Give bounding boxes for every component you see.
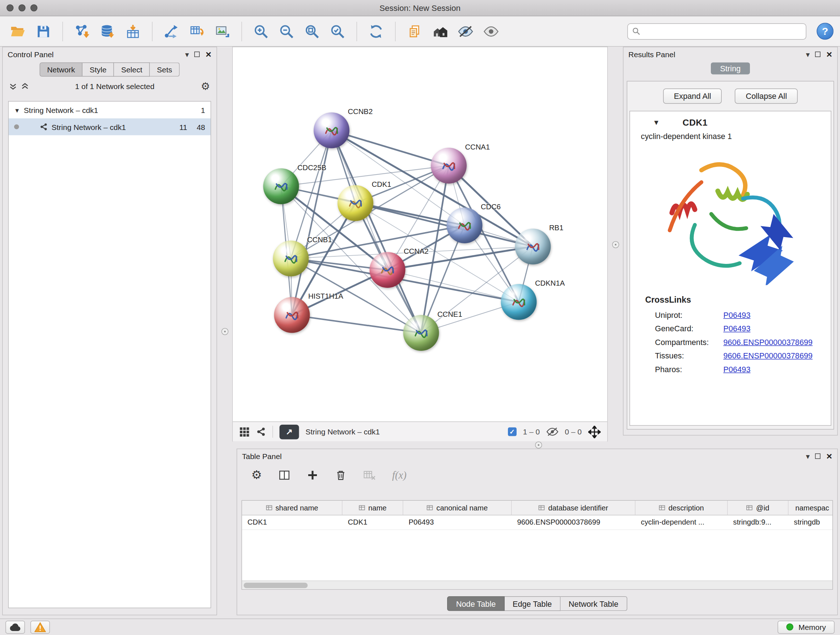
horizontal-scrollbar[interactable] [242,581,832,589]
collapse-caret-icon[interactable]: ▼ [653,119,660,127]
table-panel: Table Panel ▾ ✕ ⚙ f(x) shared name name … [237,448,838,616]
import-network-database-button[interactable] [96,20,119,43]
help-button[interactable]: ? [817,23,834,40]
network-node-ccna2[interactable] [370,252,406,288]
close-panel-icon[interactable]: ✕ [826,50,832,58]
crosslink-link[interactable]: 9606.ENSP00000378699 [723,337,813,346]
table-row[interactable]: CDK1 CDK1 P06493 9606.ENSP00000378699 cy… [242,516,832,530]
network-node-cdkn1a[interactable] [501,284,537,320]
network-node-cdk1[interactable] [338,185,373,221]
network-node-ccna1[interactable] [431,148,467,184]
crosslink-link[interactable]: P06493 [723,364,751,373]
warnings-button[interactable] [30,621,50,633]
zoom-window-button[interactable] [30,4,38,11]
tab-style[interactable]: Style [82,63,114,77]
apply-layout-button[interactable] [365,20,387,43]
import-network-file-button[interactable] [71,20,93,43]
network-node-ccnb2[interactable] [314,112,349,149]
tab-node-table[interactable]: Node Table [447,596,505,611]
trash-icon[interactable] [335,469,347,481]
tab-network[interactable]: Network [39,63,82,77]
expand-all-button[interactable]: Expand All [663,89,722,104]
search-input[interactable] [644,27,802,35]
grid-icon[interactable] [240,426,250,437]
float-panel-icon[interactable] [815,453,821,459]
tab-network-table[interactable]: Network Table [561,596,627,611]
crosslink-link[interactable]: P06493 [723,324,751,333]
splitter-handle[interactable] [535,442,542,449]
zoom-fit-button[interactable] [301,20,324,43]
open-session-button[interactable] [6,20,29,43]
collapse-all-button[interactable]: Collapse All [735,89,798,104]
tree-collapse-icon[interactable]: ▼ [14,107,20,113]
cloud-button[interactable] [5,621,25,633]
home-button[interactable] [429,20,452,43]
float-panel-icon[interactable] [194,51,200,57]
crosslink-link[interactable]: P06493 [723,310,751,319]
network-edge[interactable] [332,130,422,333]
close-window-button[interactable] [6,4,14,11]
expand-all-icon[interactable] [21,82,29,90]
save-session-button[interactable] [32,20,55,43]
minimize-window-button[interactable] [19,4,26,11]
column-header[interactable]: name [343,501,403,515]
zoom-out-button[interactable] [275,20,298,43]
panel-menu-icon[interactable]: ▾ [806,452,810,460]
network-canvas[interactable]: CCNB2CCNA1CDC25BCDK1CDC6RB1CCNB1CCNA2CDK… [233,48,607,422]
collapse-all-icon[interactable] [9,82,17,90]
edge-count: 48 [191,122,205,131]
zoom-in-button[interactable] [249,20,272,43]
network-node-cdc25b[interactable] [264,168,299,204]
tab-edge-table[interactable]: Edge Table [504,596,561,611]
network-node-cdc6[interactable] [447,207,483,243]
show-all-button[interactable] [480,20,502,43]
share-icon[interactable] [256,427,266,437]
splitter-handle[interactable] [612,241,619,249]
network-node-rb1[interactable] [515,229,551,264]
network-edge[interactable] [292,130,332,315]
network-edge[interactable] [292,315,421,333]
column-header[interactable]: description [636,501,728,515]
network-node-ccnb1[interactable] [273,241,309,277]
gene-card-header[interactable]: ▼ CDK1 [630,111,831,130]
zoom-selected-button[interactable] [326,20,349,43]
selected-checkbox-icon[interactable]: ✓ [508,428,516,436]
plus-icon[interactable] [306,469,318,481]
memory-button[interactable]: Memory [778,621,835,633]
results-tab-string[interactable]: String [711,63,750,74]
close-panel-icon[interactable]: ✕ [826,452,832,460]
new-network-from-selection-button[interactable] [160,20,183,43]
table-settings-gear-icon[interactable]: ⚙ [251,469,262,481]
network-collection-row[interactable]: ▼ String Network – cdk1 1 [9,102,210,119]
network-edge[interactable] [355,203,533,247]
column-header[interactable]: namespac [789,501,833,515]
column-icon [426,505,433,511]
document-copy-button[interactable] [403,20,426,43]
float-panel-icon[interactable] [815,51,821,57]
panel-menu-icon[interactable]: ▾ [806,50,810,58]
tab-sets[interactable]: Sets [150,63,180,77]
open-in-window-button[interactable]: ↗ [279,424,299,439]
panel-menu-icon[interactable]: ▾ [185,50,189,58]
network-edge[interactable] [332,130,449,166]
network-node-hist1h1a[interactable] [274,297,310,333]
column-header[interactable]: database identifier [512,501,636,515]
network-node-ccne1[interactable] [403,315,439,351]
column-header[interactable]: @id [728,501,789,515]
hide-selected-button[interactable] [454,20,477,43]
scrollbar-thumb[interactable] [244,583,308,588]
function-builder-button[interactable]: f(x) [392,469,407,481]
pan-crosshair-icon[interactable] [588,425,601,438]
columns-icon[interactable] [278,469,290,481]
gear-icon[interactable]: ⚙ [201,81,210,92]
crosslink-link[interactable]: 9606.ENSP00000378699 [723,351,813,360]
new-table-network-button[interactable] [186,20,208,43]
column-header[interactable]: canonical name [403,501,512,515]
close-panel-icon[interactable]: ✕ [205,50,212,58]
tab-select[interactable]: Select [114,63,150,77]
import-table-button[interactable] [122,20,144,43]
column-header[interactable]: shared name [242,501,343,515]
network-row[interactable]: String Network – cdk1 11 48 [9,119,210,135]
splitter-handle[interactable] [221,328,229,335]
export-image-button[interactable] [211,20,234,43]
